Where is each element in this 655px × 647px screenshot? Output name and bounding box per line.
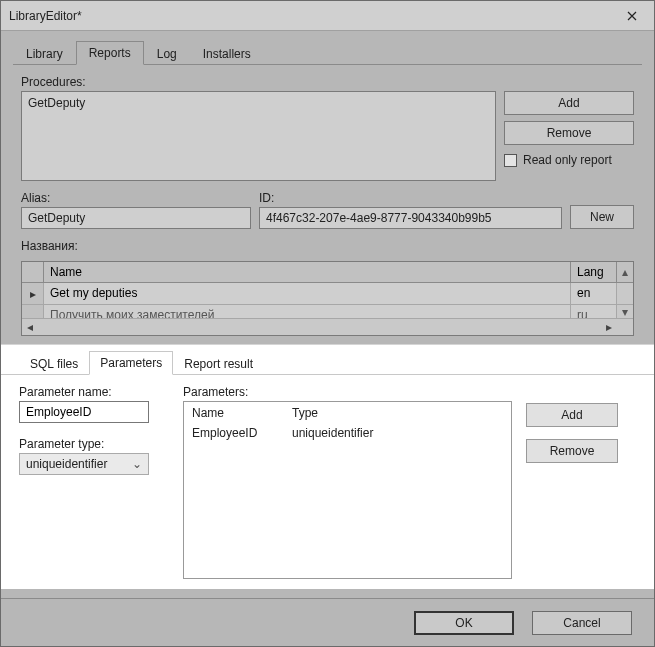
names-grid[interactable]: Name Lang ▴ ▸ Get my deputies en Получит…: [21, 261, 634, 336]
names-cell-name[interactable]: Get my deputies: [44, 283, 571, 304]
param-list-header: Name Type: [184, 402, 511, 426]
hscroll-left-icon[interactable]: ◂: [22, 319, 38, 335]
param-name-label: Parameter name:: [19, 385, 169, 399]
tab-report-result[interactable]: Report result: [173, 352, 264, 375]
id-label: ID:: [259, 191, 562, 205]
param-add-button[interactable]: Add: [526, 403, 618, 427]
id-input[interactable]: 4f467c32-207e-4ae9-8777-9043340b99b5: [259, 207, 562, 229]
cancel-button[interactable]: Cancel: [532, 611, 632, 635]
main-tabs: Library Reports Log Installers: [13, 41, 642, 65]
procedures-remove-button[interactable]: Remove: [504, 121, 634, 145]
col-header-name[interactable]: Name: [44, 262, 571, 282]
tab-sql-files[interactable]: SQL files: [19, 352, 89, 375]
col-header-lang[interactable]: Lang: [571, 262, 617, 282]
readonly-checkbox-row[interactable]: Read only report: [504, 153, 634, 167]
hscroll-right-icon[interactable]: ▸: [601, 319, 617, 335]
param-type-value: uniqueidentifier: [26, 457, 107, 471]
param-type-label: Parameter type:: [19, 437, 169, 451]
names-cell-lang[interactable]: ru: [571, 305, 617, 318]
procedures-add-button[interactable]: Add: [504, 91, 634, 115]
row-indicator-icon: [22, 305, 44, 318]
procedures-label: Procedures:: [21, 75, 634, 89]
param-row-type: uniqueidentifier: [292, 426, 503, 440]
row-selector-header: [22, 262, 44, 282]
names-row[interactable]: ▸ Get my deputies en: [22, 283, 633, 305]
param-col-type: Type: [292, 406, 503, 420]
tab-parameters[interactable]: Parameters: [89, 351, 173, 375]
param-list-label: Parameters:: [183, 385, 512, 399]
dialog-window: LibraryEditor* Library Reports Log Insta…: [0, 0, 655, 647]
alias-label: Alias:: [21, 191, 251, 205]
names-row[interactable]: Получить моих заместителей ru ▾: [22, 305, 633, 319]
inner-tabs: SQL files Parameters Report result: [1, 345, 654, 375]
titlebar: LibraryEditor*: [1, 1, 654, 31]
close-icon: [627, 11, 637, 21]
vscroll-up[interactable]: ▴: [617, 262, 633, 282]
param-row-name: EmployeeID: [192, 426, 292, 440]
alias-input[interactable]: GetDeputy: [21, 207, 251, 229]
param-col-name: Name: [192, 406, 292, 420]
window-title: LibraryEditor*: [1, 9, 610, 23]
procedures-list[interactable]: GetDeputy: [21, 91, 496, 181]
vscroll-down[interactable]: ▾: [617, 305, 633, 318]
procedure-item[interactable]: GetDeputy: [28, 96, 489, 110]
names-cell-lang[interactable]: en: [571, 283, 617, 304]
parameters-list[interactable]: Name Type EmployeeID uniqueidentifier: [183, 401, 512, 579]
param-list-row[interactable]: EmployeeID uniqueidentifier: [184, 426, 511, 444]
param-type-select[interactable]: uniqueidentifier ⌄: [19, 453, 149, 475]
readonly-checkbox[interactable]: [504, 154, 517, 167]
parameters-pane: SQL files Parameters Report result Param…: [1, 344, 654, 589]
names-cell-name[interactable]: Получить моих заместителей: [44, 305, 571, 318]
ok-button[interactable]: OK: [414, 611, 514, 635]
reports-pane: Procedures: GetDeputy Add Remove Read on…: [13, 65, 642, 344]
tab-installers[interactable]: Installers: [190, 42, 264, 65]
chevron-down-icon: ⌄: [132, 457, 142, 471]
tab-library[interactable]: Library: [13, 42, 76, 65]
param-name-input[interactable]: EmployeeID: [19, 401, 149, 423]
tab-log[interactable]: Log: [144, 42, 190, 65]
row-indicator-icon: ▸: [22, 283, 44, 304]
readonly-label: Read only report: [523, 153, 612, 167]
new-button[interactable]: New: [570, 205, 634, 229]
dialog-footer: OK Cancel: [1, 598, 654, 646]
vscroll-track[interactable]: [617, 283, 633, 304]
close-button[interactable]: [610, 1, 654, 30]
param-remove-button[interactable]: Remove: [526, 439, 618, 463]
tab-reports[interactable]: Reports: [76, 41, 144, 65]
names-grid-header: Name Lang ▴: [22, 262, 633, 283]
hscrollbar[interactable]: ◂ ▸: [22, 319, 633, 335]
names-label: Названия:: [21, 239, 634, 253]
